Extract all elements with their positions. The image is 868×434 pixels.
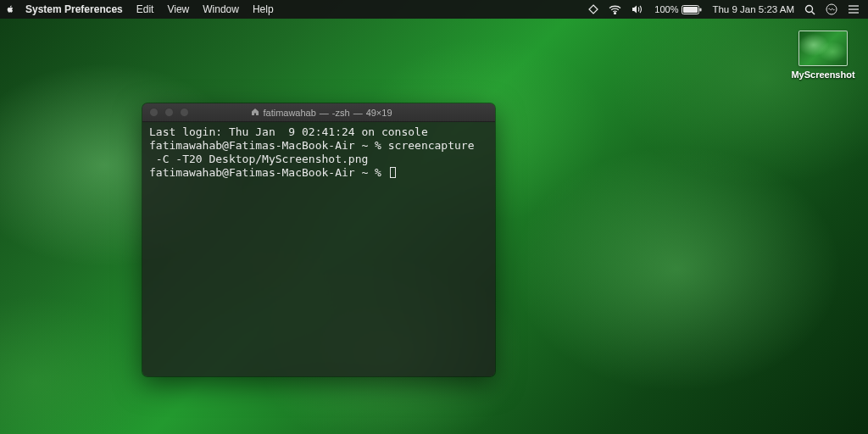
svg-rect-2 (683, 7, 698, 13)
terminal-line-2: fatimawahab@Fatimas-MacBook-Air ~ % scre… (149, 139, 475, 152)
terminal-title-sep1: — (320, 108, 329, 118)
terminal-titlebar[interactable]: fatimawahab — -zsh — 49×19 (142, 103, 495, 122)
svg-point-0 (615, 12, 616, 14)
terminal-title-shell: -zsh (332, 108, 350, 118)
screenshot-thumbnail-icon (798, 31, 848, 66)
terminal-title-user: fatimawahab (263, 108, 315, 118)
menubar-item-help[interactable]: Help (246, 0, 281, 19)
menubar-item-view[interactable]: View (160, 0, 196, 19)
terminal-line-1: Last login: Thu Jan 9 02:41:24 on consol… (149, 125, 428, 138)
terminal-line-4: fatimawahab@Fatimas-MacBook-Air ~ % (149, 166, 388, 179)
menubar-item-window[interactable]: Window (196, 0, 246, 19)
terminal-cursor (390, 167, 396, 178)
notification-center-icon[interactable] (848, 4, 860, 14)
desktop-file-myscreenshot[interactable]: MyScreenshot (790, 31, 856, 80)
svg-point-4 (806, 5, 813, 12)
siri-icon[interactable] (826, 3, 837, 15)
terminal-title-dims: 49×19 (366, 108, 392, 118)
desktop-file-label: MyScreenshot (791, 70, 854, 80)
menubar: System Preferences Edit View Window Help… (0, 0, 868, 19)
terminal-window[interactable]: fatimawahab — -zsh — 49×19 Last login: T… (142, 103, 495, 376)
menubar-app-name[interactable]: System Preferences (19, 0, 130, 19)
spotlight-search-icon[interactable] (804, 4, 815, 15)
svg-rect-3 (700, 8, 702, 11)
battery-status[interactable]: 100% (654, 4, 702, 14)
wifi-icon[interactable] (609, 5, 621, 14)
volume-icon[interactable] (632, 4, 644, 14)
terminal-body[interactable]: Last login: Thu Jan 9 02:41:24 on consol… (142, 122, 495, 183)
terminal-line-3: -C -T20 Desktop/MyScreenshot.png (149, 153, 368, 165)
terminal-title-sep2: — (353, 108, 363, 118)
menubar-item-edit[interactable]: Edit (130, 0, 161, 19)
menubar-clock[interactable]: Thu 9 Jan 5:23 AM (712, 4, 794, 14)
diamond-status-icon[interactable] (588, 4, 598, 14)
battery-percentage: 100% (654, 4, 678, 14)
svg-line-5 (812, 11, 815, 14)
apple-menu-icon[interactable] (7, 0, 19, 19)
terminal-title: fatimawahab — -zsh — 49×19 (155, 108, 488, 118)
home-folder-icon (251, 108, 259, 118)
